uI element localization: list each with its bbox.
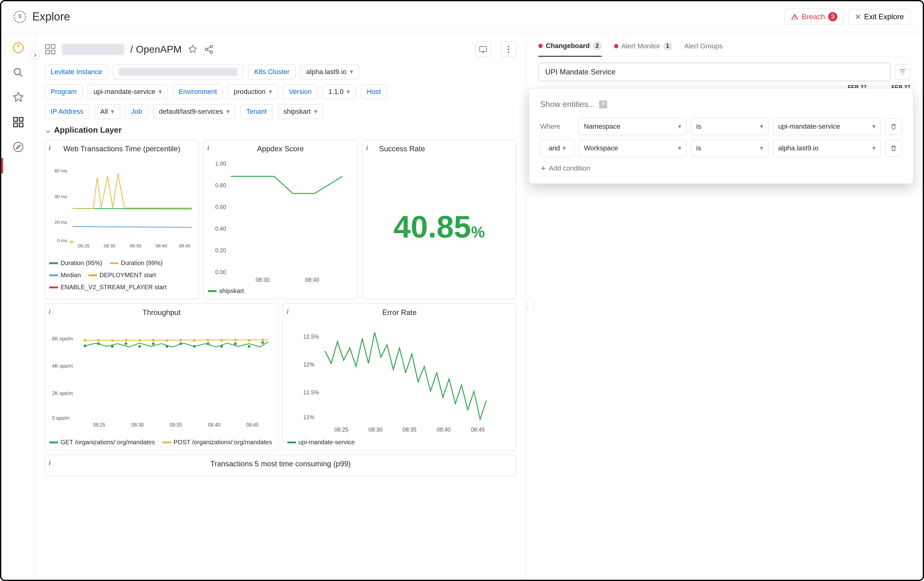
svg-text:08:30: 08:30 xyxy=(256,277,270,283)
condition-value-select[interactable]: alpha.last9.io▾ xyxy=(773,140,881,157)
svg-rect-7 xyxy=(46,44,50,48)
svg-point-64 xyxy=(152,342,155,345)
condition-value-select[interactable]: upi-mandate-service▾ xyxy=(773,118,881,135)
svg-point-56 xyxy=(234,339,237,342)
job-select[interactable]: default/last9-services▾ xyxy=(153,104,236,119)
program-label[interactable]: Program xyxy=(45,84,82,99)
breadcrumb-redacted xyxy=(62,44,124,55)
svg-point-15 xyxy=(508,46,510,48)
panel-resize-handle[interactable]: ⋮⋮ xyxy=(523,302,537,310)
success-rate-value: 40.85% xyxy=(367,209,512,245)
svg-text:1.00: 1.00 xyxy=(215,161,226,167)
tenant-select[interactable]: shipskart▾ xyxy=(278,104,323,119)
compass-icon[interactable] xyxy=(12,141,25,153)
kebab-menu-button[interactable] xyxy=(501,41,516,57)
info-icon[interactable]: i xyxy=(287,308,289,316)
help-icon[interactable]: ? xyxy=(599,100,607,109)
svg-point-50 xyxy=(152,339,155,342)
chart-success-rate[interactable]: i Success Rate 40.85% xyxy=(362,140,516,299)
svg-text:08:35: 08:35 xyxy=(130,243,142,249)
svg-text:12.5%: 12.5% xyxy=(304,334,319,340)
chart-web-transactions-time[interactable]: i Web Transactions Time (percentile) 60 … xyxy=(45,140,199,299)
tab-changeboard[interactable]: Changeboard2 xyxy=(538,38,602,57)
breach-button[interactable]: Breach 3 xyxy=(784,9,844,25)
favorite-star-icon[interactable] xyxy=(188,44,198,54)
alert-icon xyxy=(791,13,799,20)
environment-label[interactable]: Environment xyxy=(173,84,223,99)
svg-text:08:35: 08:35 xyxy=(170,422,182,428)
tab-alert-groups[interactable]: Alert Groups xyxy=(685,38,723,56)
chart-top-transactions[interactable]: i Transactions 5 most time consuming (p9… xyxy=(45,455,516,476)
svg-point-70 xyxy=(234,342,237,345)
svg-point-57 xyxy=(248,339,251,342)
svg-point-52 xyxy=(179,339,182,342)
program-select[interactable]: upi-mandate-service▾ xyxy=(87,84,168,99)
add-condition-button[interactable]: Add condition xyxy=(540,164,590,172)
star-icon[interactable] xyxy=(12,91,25,104)
entity-filter-popover: Show entities... ? Where Namespace▾ is▾ … xyxy=(529,88,914,184)
levitate-value-redacted[interactable] xyxy=(113,64,243,79)
info-icon[interactable]: i xyxy=(49,459,51,467)
tab-alert-monitor[interactable]: Alert Monitor1 xyxy=(614,38,672,56)
svg-text:0.00: 0.00 xyxy=(215,269,226,275)
share-icon[interactable] xyxy=(204,44,214,54)
section-application-layer[interactable]: ⌄Application Layer xyxy=(45,125,526,135)
svg-text:0.20: 0.20 xyxy=(215,247,226,253)
svg-point-62 xyxy=(124,342,127,345)
svg-rect-2 xyxy=(14,117,17,121)
svg-point-65 xyxy=(166,345,168,348)
svg-rect-10 xyxy=(51,50,55,54)
delete-condition-button[interactable] xyxy=(885,118,902,135)
breadcrumb-suffix: / OpenAPM xyxy=(130,44,182,55)
k8s-cluster-label[interactable]: K8s Cluster xyxy=(248,64,295,79)
dashboard-grid-icon[interactable] xyxy=(12,116,25,128)
job-label[interactable]: Job xyxy=(125,104,148,119)
condition-op-select[interactable]: is▾ xyxy=(691,140,769,157)
version-select[interactable]: 1.1.0▾ xyxy=(322,84,356,99)
logical-and-select[interactable]: and▾ xyxy=(540,140,574,157)
svg-text:4K ops/m: 4K ops/m xyxy=(52,363,73,369)
panel-view-button[interactable] xyxy=(475,41,491,57)
svg-text:60 ms: 60 ms xyxy=(54,168,67,173)
condition-field-select[interactable]: Workspace▾ xyxy=(579,140,686,157)
svg-point-17 xyxy=(508,51,510,53)
environment-select[interactable]: production▾ xyxy=(228,84,278,99)
info-icon[interactable]: i xyxy=(207,144,209,152)
svg-point-47 xyxy=(111,339,114,342)
filter-icon-button[interactable] xyxy=(895,64,910,80)
k8s-cluster-select[interactable]: alpha.last9.io▾ xyxy=(300,64,359,79)
svg-point-63 xyxy=(139,345,141,348)
chart-error-rate[interactable]: i Error Rate 12.5% 12% 11.5% 11% 08:25 0… xyxy=(283,303,516,451)
search-icon[interactable] xyxy=(12,66,25,79)
host-label[interactable]: Host xyxy=(361,84,387,99)
chart-appdex-score[interactable]: i Appdex Score 1.00 0.80 0.60 0.40 0.20 … xyxy=(203,140,358,299)
svg-text:08:25: 08:25 xyxy=(335,426,348,433)
svg-text:0 ops/m: 0 ops/m xyxy=(52,415,69,421)
ip-address-label[interactable]: IP Address xyxy=(45,104,89,119)
info-icon[interactable]: i xyxy=(366,144,368,152)
svg-point-53 xyxy=(193,339,196,342)
panels-icon[interactable] xyxy=(45,44,56,55)
info-icon[interactable]: i xyxy=(49,308,51,316)
condition-op-select[interactable]: is▾ xyxy=(691,118,769,135)
svg-point-66 xyxy=(179,342,182,345)
ip-address-select[interactable]: All▾ xyxy=(94,104,120,119)
svg-text:08:45: 08:45 xyxy=(471,426,485,433)
condition-field-select[interactable]: Namespace▾ xyxy=(579,118,686,135)
chart-throughput[interactable]: i Throughput 6K ops/m 4K ops/m 2K ops/m … xyxy=(45,303,278,451)
delete-condition-button[interactable] xyxy=(885,140,902,156)
svg-rect-8 xyxy=(51,44,55,48)
version-label[interactable]: Version xyxy=(283,84,317,99)
levitate-instance-label[interactable]: Levitate Instance xyxy=(45,64,108,79)
svg-text:08:45: 08:45 xyxy=(179,243,190,249)
sidebar-active-indicator xyxy=(1,158,3,173)
svg-text:0.60: 0.60 xyxy=(215,204,226,210)
svg-point-61 xyxy=(111,345,114,348)
svg-rect-14 xyxy=(480,46,487,51)
info-icon[interactable]: i xyxy=(49,144,51,152)
service-name-pill[interactable]: UPI Mandate Service xyxy=(538,63,891,81)
grafana-icon[interactable] xyxy=(12,41,25,54)
tenant-label[interactable]: Tenant xyxy=(241,104,273,119)
svg-rect-5 xyxy=(19,123,23,127)
exit-explore-button[interactable]: Exit Explore xyxy=(848,9,910,25)
